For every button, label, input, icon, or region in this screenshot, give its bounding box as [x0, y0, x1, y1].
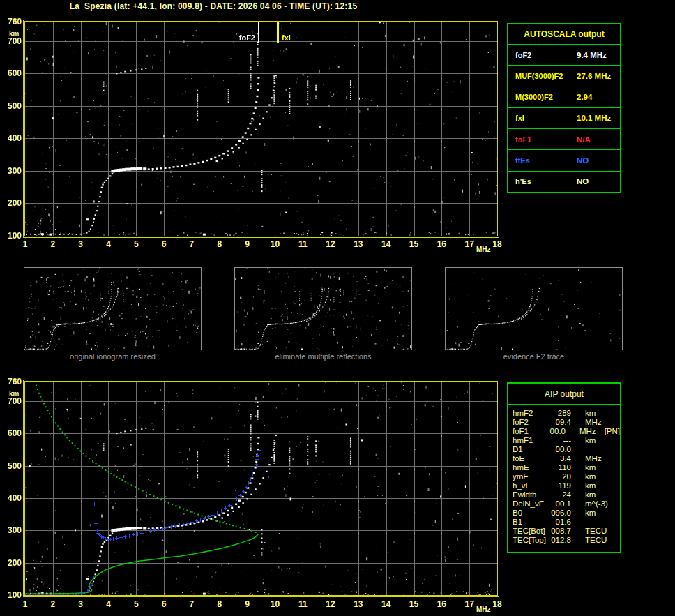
- aip-unit: km: [585, 490, 596, 499]
- aip-parameter-row: ymE20km: [508, 472, 620, 481]
- parameter-label: h'Es: [508, 172, 568, 192]
- parameter-row: ftEsNO: [508, 150, 620, 171]
- x-axis-unit: MHz: [476, 606, 491, 613]
- parameter-label: foF1: [508, 129, 568, 149]
- x-tick-label: 17: [464, 239, 473, 249]
- aip-rows: hmF2289kmfoF209.4MHzfoF100.0MHz[PN]hmF1-…: [508, 405, 620, 545]
- y-tick-label: 600: [1, 68, 22, 78]
- aip-output-table: AIP output hmF2289kmfoF209.4MHzfoF100.0M…: [507, 382, 621, 553]
- y-tick-label: 400: [1, 493, 22, 503]
- parameter-value: NO: [568, 172, 620, 192]
- y-tick-label: 700: [1, 36, 22, 46]
- aip-value: 119: [549, 481, 571, 490]
- aip-label: hmF2: [508, 409, 549, 418]
- y-tick-label: 300: [1, 166, 22, 176]
- autoscala-output-table: AUTOSCALA output foF29.4 MHzMUF(3000)F22…: [507, 23, 621, 193]
- x-tick-label: 13: [354, 599, 363, 609]
- x-tick-label: 11: [298, 599, 308, 609]
- aip-label: DelN_vE: [508, 499, 549, 509]
- aip-unit: km: [585, 409, 596, 418]
- fxI-marker-label: fxI: [282, 33, 291, 42]
- aip-value: 01.6: [549, 518, 571, 527]
- aip-parameter-row: Ewidth24km: [508, 490, 620, 499]
- aip-label: foE: [508, 454, 549, 463]
- y-tick-label: 100: [1, 590, 22, 600]
- aip-value: 110: [549, 463, 571, 472]
- x-tick-label: 1: [23, 599, 28, 609]
- parameter-label: M(3000)F2: [508, 87, 568, 107]
- aip-parameter-row: TEC[Top]012.8TECU: [508, 536, 620, 545]
- aip-value: 289: [549, 409, 571, 418]
- x-tick-label: 9: [245, 239, 250, 249]
- y-tick-label: 760: [1, 17, 22, 27]
- aip-label: TEC[Top]: [508, 536, 549, 545]
- thumbnail-evidence-f2-trace: [445, 267, 623, 350]
- aip-label: B0: [508, 509, 549, 518]
- parameter-value: 10.1 MHz: [568, 108, 620, 128]
- x-tick-label: 14: [381, 599, 390, 609]
- aip-parameter-row: D100.0: [508, 445, 620, 454]
- x-tick-label: 17: [464, 599, 473, 609]
- aip-unit: MHz: [585, 454, 602, 463]
- x-tick-label: 5: [134, 239, 139, 249]
- y-tick-label: 100: [1, 231, 22, 241]
- x-tick-label: 8: [217, 239, 222, 249]
- x-tick-label: 10: [271, 239, 280, 249]
- aip-label: hmE: [508, 463, 549, 472]
- autoscala-screen: La_Spezia (lat: +44.1, lon: 009.8) - DAT…: [0, 0, 675, 616]
- x-tick-label: 9: [245, 599, 250, 609]
- parameter-label: MUF(3000)F2: [508, 66, 568, 86]
- x-tick-label: 3: [78, 599, 83, 609]
- y-tick-label: 600: [1, 428, 22, 438]
- aip-label: hmF1: [508, 436, 549, 445]
- aip-parameter-row: hmF1---km: [508, 436, 620, 445]
- aip-label: D1: [508, 445, 549, 454]
- aip-table-title: AIP output: [508, 384, 620, 405]
- aip-unit: km: [585, 509, 596, 518]
- aip-value: 008.7: [549, 527, 571, 536]
- aip-value: 09.4: [549, 418, 571, 427]
- y-tick-label: 200: [1, 558, 22, 568]
- parameter-value: N/A: [568, 129, 620, 149]
- y-tick-label: 500: [1, 461, 22, 471]
- x-tick-label: 5: [134, 599, 139, 609]
- x-tick-label: 12: [326, 599, 335, 609]
- x-tick-label: 18: [492, 599, 501, 609]
- x-tick-label: 15: [409, 239, 418, 249]
- autoscala-table-title: AUTOSCALA output: [508, 24, 620, 45]
- aip-unit: MHz: [585, 418, 602, 427]
- aip-label: Ewidth: [508, 490, 549, 499]
- aip-unit: km: [585, 472, 596, 481]
- parameter-value: 27.6 MHz: [568, 66, 620, 86]
- x-tick-label: 11: [298, 239, 308, 249]
- thumbnail-caption: eliminate multiple reflections: [234, 352, 412, 361]
- aip-parameter-row: foF209.4MHz: [508, 418, 620, 427]
- x-tick-label: 12: [326, 239, 335, 249]
- x-tick-label: 13: [354, 239, 363, 249]
- y-tick-label: 500: [1, 101, 22, 111]
- aip-value: 00.0: [545, 427, 566, 436]
- parameter-value: NO: [568, 150, 620, 170]
- aip-label: TEC[Bot]: [508, 527, 549, 536]
- aip-parameter-row: TEC[Bot]008.7TECU: [508, 527, 620, 536]
- thumbnail-eliminate-reflections: [234, 267, 412, 350]
- ionogram-plot-main: [24, 21, 498, 236]
- aip-unit: MHz: [579, 427, 596, 436]
- thumbnail-caption: evidence F2 trace: [445, 352, 623, 361]
- aip-unit: km: [585, 481, 596, 490]
- x-tick-label: 15: [409, 599, 418, 609]
- station-header: La_Spezia (lat: +44.1, lon: 009.8) - DAT…: [0, 1, 427, 11]
- aip-unit: TECU: [585, 527, 607, 536]
- aip-label: ymE: [508, 472, 549, 481]
- y-axis-unit: km: [9, 30, 19, 38]
- aip-label: B1: [508, 518, 549, 527]
- aip-unit: km: [585, 436, 596, 445]
- aip-parameter-row: h_vE119km: [508, 481, 620, 490]
- aip-value: 3.4: [549, 454, 571, 463]
- aip-value: 096.0: [549, 509, 571, 518]
- aip-value: 20: [549, 472, 571, 481]
- aip-value: 012.8: [549, 536, 571, 545]
- x-tick-label: 16: [437, 599, 446, 609]
- parameter-value: 2.94: [568, 87, 620, 107]
- aip-value: 00.0: [549, 445, 571, 454]
